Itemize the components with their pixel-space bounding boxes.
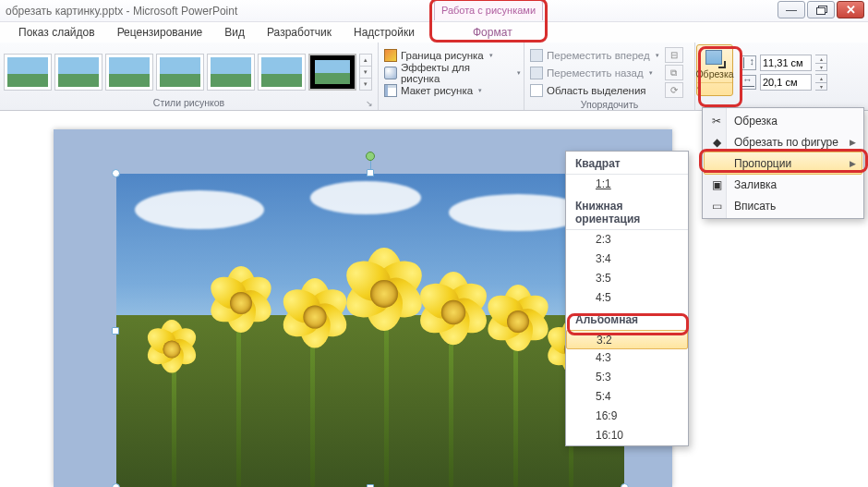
window-title: обрезать картинку.pptx - Microsoft Power…	[0, 5, 237, 18]
minimize-button[interactable]: —	[778, 1, 805, 18]
style-thumb[interactable]	[54, 54, 102, 91]
style-thumb[interactable]	[207, 54, 255, 91]
fill-icon: ▣	[709, 177, 724, 192]
resize-handle[interactable]	[621, 483, 629, 487]
ratio-16-10[interactable]: 16:10	[566, 426, 688, 445]
dialog-launcher[interactable]: ↘	[366, 99, 375, 108]
tab-slideshow[interactable]: Показ слайдов	[7, 22, 106, 43]
group-picture-format: Граница рисунка▾ Эффекты для рисунка▾ Ма…	[379, 43, 524, 110]
width-input[interactable]	[760, 74, 812, 91]
height-spinner[interactable]: ▴▾	[815, 55, 827, 71]
tab-review[interactable]: Рецензирование	[106, 22, 214, 43]
title-bar: обрезать картинку.pptx - Microsoft Power…	[0, 0, 868, 22]
shape-icon: ◆	[709, 135, 724, 150]
group-label: Упорядочить	[581, 99, 638, 112]
menu-fit[interactable]: ▭Вписать	[705, 195, 862, 216]
style-thumb[interactable]	[156, 54, 204, 91]
width-icon	[740, 75, 756, 90]
ratio-3-4[interactable]: 3:4	[566, 250, 688, 269]
picture-layout-button[interactable]: Макет рисунка▾	[384, 81, 523, 99]
height-icon	[740, 55, 756, 70]
section-landscape: Альбомная	[566, 308, 688, 331]
gallery-more[interactable]: ▴▾▾	[359, 54, 372, 91]
ratio-2-3[interactable]: 2:3	[566, 230, 688, 250]
ratio-5-4[interactable]: 5:4	[566, 387, 688, 407]
height-control[interactable]: ▴▾	[740, 54, 827, 73]
ratio-3-2[interactable]: 3:2	[566, 330, 688, 349]
effects-icon	[384, 67, 397, 79]
selected-picture[interactable]	[116, 174, 624, 487]
tab-format[interactable]: Формат	[462, 22, 524, 43]
menu-aspect-ratio[interactable]: Пропорции▶	[704, 152, 862, 175]
resize-handle[interactable]	[112, 483, 120, 487]
ratio-4-5[interactable]: 4:5	[566, 288, 688, 308]
style-thumb[interactable]	[258, 54, 306, 91]
crop-icon: ✂	[709, 114, 724, 128]
section-square: Квадрат	[566, 152, 688, 175]
width-spinner[interactable]: ▴▾	[815, 74, 827, 91]
rotate-handle[interactable]	[366, 152, 375, 161]
crop-button-label: Обрезка	[695, 68, 733, 79]
tab-addins[interactable]: Надстройки	[343, 22, 426, 43]
crop-dropdown-menu: ✂Обрезка ◆Обрезать по фигуре▶ Пропорции▶…	[702, 107, 864, 219]
send-backward-icon	[530, 67, 543, 79]
tab-view[interactable]: Вид	[213, 22, 256, 43]
height-input[interactable]	[760, 55, 812, 71]
picture-effects-button[interactable]: Эффекты для рисунка▾	[384, 64, 523, 81]
style-thumb[interactable]	[4, 54, 52, 91]
ratio-4-3[interactable]: 4:3	[566, 348, 688, 368]
restore-button[interactable]	[807, 1, 835, 18]
group-crop: Обрезка ▾	[695, 43, 734, 110]
ratio-1-1[interactable]: 1:1	[566, 175, 688, 194]
resize-handle[interactable]	[112, 327, 119, 335]
menu-fill[interactable]: ▣Заливка	[705, 174, 862, 195]
aspect-icon	[709, 156, 724, 171]
contextual-tab-picture-tools[interactable]: Работа с рисунками	[434, 0, 543, 20]
selection-pane-icon	[530, 84, 543, 97]
crop-icon	[704, 48, 726, 68]
resize-handle[interactable]	[112, 169, 120, 177]
ratio-5-3[interactable]: 5:3	[566, 368, 688, 387]
width-control[interactable]: ▴▾	[740, 73, 827, 92]
group-button[interactable]: ⧉	[665, 65, 683, 80]
aspect-ratio-submenu: Квадрат 1:1 Книжная ориентация 2:3 3:4 3…	[565, 151, 689, 446]
style-thumb-selected[interactable]	[308, 54, 356, 91]
resize-handle[interactable]	[367, 169, 374, 177]
fit-icon: ▭	[709, 199, 724, 213]
group-label: Стили рисунков	[153, 97, 224, 110]
bring-forward-icon	[530, 49, 543, 62]
border-icon	[384, 49, 397, 62]
ratio-3-5[interactable]: 3:5	[566, 269, 688, 288]
group-size: ▴▾ ▴▾	[734, 43, 854, 110]
bring-forward-button[interactable]: Переместить вперед▾⊟	[530, 46, 683, 64]
picture-daffodils	[116, 174, 624, 487]
menu-crop-to-shape[interactable]: ◆Обрезать по фигуре▶	[705, 131, 862, 152]
ratio-16-9[interactable]: 16:9	[566, 407, 688, 426]
layout-icon	[384, 84, 397, 97]
section-portrait: Книжная ориентация	[566, 194, 688, 230]
send-backward-button[interactable]: Переместить назад▾⧉	[530, 64, 683, 81]
ribbon-tabs: Показ слайдов Рецензирование Вид Разрабо…	[0, 22, 868, 43]
style-thumb[interactable]	[105, 54, 153, 91]
tab-developer[interactable]: Разработчик	[256, 22, 343, 43]
crop-dropdown-arrow[interactable]: ▾	[697, 82, 732, 95]
group-picture-styles: ▴▾▾ Стили рисунков ↘	[0, 43, 379, 110]
selection-pane-button[interactable]: Область выделения⟳	[530, 81, 683, 99]
align-button[interactable]: ⊟	[665, 47, 683, 63]
crop-split-button[interactable]: Обрезка ▾	[696, 44, 733, 96]
group-arrange: Переместить вперед▾⊟ Переместить назад▾⧉…	[524, 43, 695, 110]
rotate-button[interactable]: ⟳	[665, 82, 683, 98]
menu-crop[interactable]: ✂Обрезка	[705, 110, 862, 131]
close-button[interactable]: ✕	[837, 1, 864, 18]
ribbon: ▴▾▾ Стили рисунков ↘ Граница рисунка▾ Эф…	[0, 43, 868, 111]
